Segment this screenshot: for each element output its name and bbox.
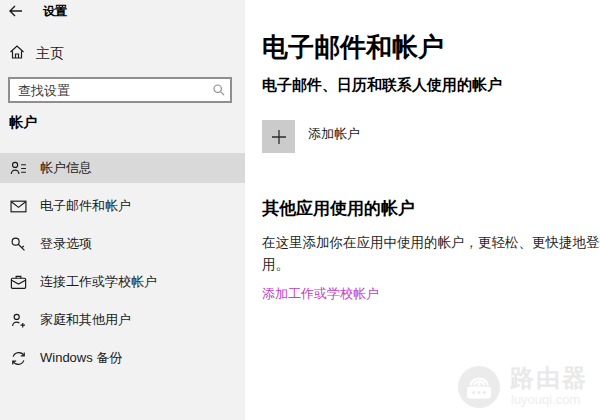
back-button[interactable] [8, 3, 24, 19]
titlebar: 设置 [8, 2, 67, 20]
add-account-label: 添加帐户 [308, 125, 360, 143]
sidebar-section-title: 帐户 [9, 114, 37, 132]
sync-icon [10, 350, 27, 367]
sidebar-item-label: 连接工作或学校帐户 [40, 273, 157, 291]
sidebar-item-account-info[interactable]: 帐户信息 [0, 153, 245, 183]
mail-icon [10, 198, 27, 215]
sidebar-item-signin-options[interactable]: 登录选项 [0, 229, 245, 259]
search-input[interactable] [10, 83, 208, 98]
add-account-button[interactable]: 添加帐户 [262, 120, 360, 153]
settings-window: 设置 主页 帐户 [0, 0, 600, 420]
home-label: 主页 [36, 45, 64, 63]
key-icon [10, 236, 27, 253]
briefcase-icon [10, 274, 27, 291]
other-apps-section-heading: 其他应用使用的帐户 [262, 197, 415, 220]
sidebar-item-label: 家庭和其他用户 [40, 311, 131, 329]
home-icon [9, 44, 25, 64]
sidebar-item-home[interactable]: 主页 [9, 44, 64, 64]
main-content: 电子邮件和帐户 电子邮件、日历和联系人使用的帐户 添加帐户 其他应用使用的帐户 … [245, 0, 600, 420]
sidebar: 设置 主页 帐户 [0, 0, 245, 420]
sidebar-item-email-accounts[interactable]: 电子邮件和帐户 [0, 191, 245, 221]
email-section-heading: 电子邮件、日历和联系人使用的帐户 [262, 76, 502, 95]
sidebar-item-label: 帐户信息 [40, 159, 92, 177]
search-icon[interactable] [208, 83, 230, 97]
other-apps-description-line2: 用。 [262, 256, 289, 274]
sidebar-item-family-users[interactable]: 家庭和其他用户 [0, 305, 245, 335]
plus-icon [262, 120, 295, 153]
add-work-school-account-link[interactable]: 添加工作或学校帐户 [262, 285, 379, 303]
sidebar-item-label: 登录选项 [40, 235, 92, 253]
sidebar-nav: 帐户信息 电子邮件和帐户 登录选项 [0, 153, 245, 381]
back-arrow-icon [8, 3, 24, 19]
search-box [8, 77, 232, 103]
account-info-icon [10, 160, 27, 177]
sidebar-item-windows-backup[interactable]: Windows 备份 [0, 343, 245, 373]
page-title: 电子邮件和帐户 [262, 30, 444, 65]
sidebar-item-label: 电子邮件和帐户 [40, 197, 131, 215]
sidebar-item-label: Windows 备份 [40, 349, 122, 367]
family-icon [10, 312, 27, 329]
other-apps-description-line1: 在这里添加你在应用中使用的帐户，更轻松、更快捷地登录你最喜爱的应 [262, 234, 600, 252]
app-title: 设置 [43, 3, 67, 20]
sidebar-item-work-school[interactable]: 连接工作或学校帐户 [0, 267, 245, 297]
